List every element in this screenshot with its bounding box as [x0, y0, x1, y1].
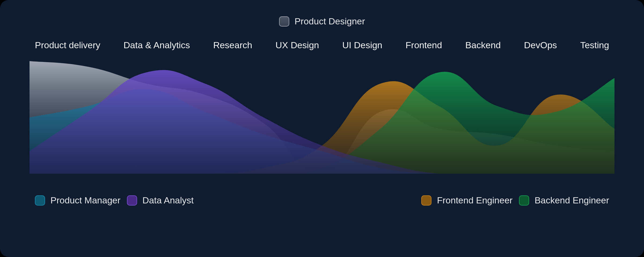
legend-item-be: Backend Engineer [519, 195, 609, 206]
area-chart-svg [30, 61, 614, 174]
da-label: Data Analyst [142, 195, 194, 206]
category-ui-design: UI Design [342, 40, 382, 50]
pm-label: Product Manager [50, 195, 120, 206]
category-devops: DevOps [524, 40, 557, 50]
category-ux-design: UX Design [275, 40, 319, 50]
chart-area [30, 61, 614, 174]
pm-swatch [35, 195, 45, 206]
designer-swatch [279, 16, 289, 27]
category-backend: Backend [465, 40, 501, 50]
designer-label: Product Designer [295, 16, 365, 27]
top-legend: Product Designer [0, 16, 644, 27]
category-product-delivery: Product delivery [35, 40, 100, 50]
legend-item-pm: Product Manager [35, 195, 120, 206]
bottom-legend: Product Manager Data Analyst Frontend En… [0, 195, 644, 206]
category-row: Product delivery Data & Analytics Resear… [0, 40, 644, 50]
da-swatch [127, 195, 137, 206]
be-swatch [519, 195, 529, 206]
be-label: Backend Engineer [535, 195, 609, 206]
role-skill-chart-card: Product Designer Product delivery Data &… [0, 0, 644, 257]
category-testing: Testing [580, 40, 609, 50]
legend-item-fe: Frontend Engineer [421, 195, 513, 206]
category-data-analytics: Data & Analytics [123, 40, 190, 50]
fe-swatch [421, 195, 431, 206]
legend-item-da: Data Analyst [127, 195, 194, 206]
fe-label: Frontend Engineer [437, 195, 513, 206]
category-frontend: Frontend [405, 40, 442, 50]
category-research: Research [213, 40, 252, 50]
